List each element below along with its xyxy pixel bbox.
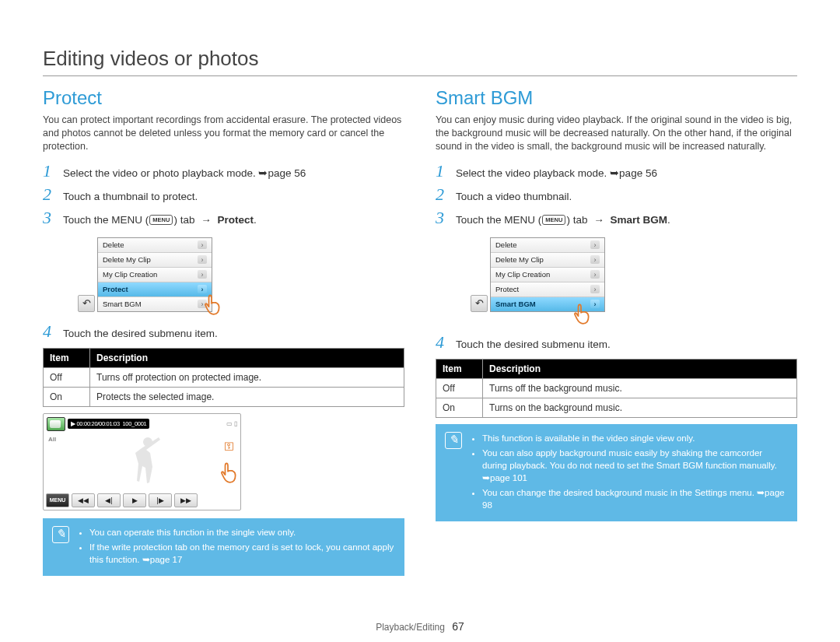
table-header-row: Item Description xyxy=(436,359,797,378)
table-header-item: Item xyxy=(436,359,483,378)
back-icon: ↶ xyxy=(78,295,95,312)
step-number: 3 xyxy=(436,208,448,228)
menu-item-label: My Clip Creation xyxy=(495,270,550,279)
menu-item-delete-my-clip: Delete My Clip› xyxy=(98,253,212,268)
table-cell: Turns off the background music. xyxy=(483,378,797,398)
text-fragment: Touch the MENU ( xyxy=(456,214,541,226)
step-text: Touch a video thumbnail. xyxy=(456,191,572,202)
chevron-right-icon: › xyxy=(590,240,600,249)
table-cell: Off xyxy=(436,378,483,398)
menu-item-label: Delete My Clip xyxy=(495,255,544,264)
menu-item-label: Protect xyxy=(495,285,519,293)
chevron-right-icon: › xyxy=(198,270,207,279)
protect-note: ✎ You can operate this function in the s… xyxy=(43,518,404,576)
note-icon: ✎ xyxy=(445,432,462,449)
golfer-silhouette-icon xyxy=(121,431,175,501)
menu-item-label: Protect xyxy=(103,285,128,293)
all-label: All xyxy=(48,436,56,443)
step-text: Touch the desired submenu item. xyxy=(456,339,611,350)
step-text: Select the video or photo playback mode.… xyxy=(63,167,306,179)
menu-item-label: Delete xyxy=(495,240,516,249)
time-indicator: ▶ 00:00:20/00:01:03 100_0001 xyxy=(68,419,149,429)
note-item: You can change the desired background mu… xyxy=(482,486,788,511)
smart-bgm-heading: Smart BGM xyxy=(436,87,797,109)
menu-item-label: Smart BGM xyxy=(495,300,536,308)
table-cell: On xyxy=(44,387,90,406)
touch-hand-icon xyxy=(217,459,241,486)
menu-item-smart-bgm: Smart BGM› xyxy=(98,297,212,311)
frame-back-icon: ◀| xyxy=(97,493,121,507)
bgm-table: Item Description Off Turns off the backg… xyxy=(436,359,797,418)
menu-list: Delete› Delete My Clip› My Clip Creation… xyxy=(97,237,212,312)
step-number: 2 xyxy=(43,184,55,205)
protect-step-3: 3 Touch the MENU (MENU) tab → Protect. xyxy=(43,208,404,228)
protect-section: Protect You can protect important record… xyxy=(43,87,404,576)
protect-step-2: 2 Touch a thumbnail to protect. xyxy=(43,184,404,205)
table-row: Off Turns off the background music. xyxy=(436,378,797,398)
step-text: Select the video playback mode. ➥page 56 xyxy=(456,167,657,179)
menu-screenshot-protect: ↶ Delete› Delete My Clip› My Clip Creati… xyxy=(78,237,212,312)
step-text: Touch the MENU (MENU) tab → Protect. xyxy=(63,214,257,226)
menu-item-label: Delete xyxy=(103,240,124,249)
footer-section: Playback/Editing xyxy=(376,622,445,633)
frame-fwd-icon: |▶ xyxy=(149,493,172,507)
step-number: 3 xyxy=(43,208,55,228)
protect-intro: You can protect important recordings fro… xyxy=(43,114,404,153)
table-cell: On xyxy=(436,398,483,417)
menu-button: MENU xyxy=(46,493,69,507)
lock-icon: ⚿ xyxy=(224,440,234,452)
chevron-right-icon: › xyxy=(198,255,207,264)
status-icons: ▭ ▯ xyxy=(226,420,237,427)
step-number: 1 xyxy=(43,161,55,181)
menu-icon: MENU xyxy=(149,215,173,225)
time-text: 00:00:20/00:01:03 xyxy=(76,420,119,427)
menu-item-delete: Delete› xyxy=(98,238,212,253)
protect-heading: Protect xyxy=(43,87,404,109)
text-fragment: ) tab xyxy=(173,214,198,226)
note-item: You can operate this function in the sin… xyxy=(89,526,395,539)
arrow-icon: → xyxy=(201,214,212,226)
bold-target: Protect xyxy=(217,214,254,226)
table-header-row: Item Description xyxy=(44,348,404,367)
bgm-step-1: 1 Select the video playback mode. ➥page … xyxy=(436,161,797,181)
table-row: On Protects the selected image. xyxy=(44,387,404,406)
chevron-right-icon: › xyxy=(198,240,207,249)
bgm-step-2: 2 Touch a video thumbnail. xyxy=(436,184,797,205)
menu-item-delete-my-clip: Delete My Clip› xyxy=(491,253,604,268)
step-number: 2 xyxy=(436,184,448,205)
bold-target: Smart BGM xyxy=(610,214,667,226)
bgm-step-3: 3 Touch the MENU (MENU) tab → Smart BGM. xyxy=(436,208,797,228)
bgm-step-4: 4 Touch the desired submenu item. xyxy=(436,332,797,353)
menu-item-my-clip-creation: My Clip Creation› xyxy=(98,268,212,282)
text-fragment: Touch the MENU ( xyxy=(63,214,149,226)
step-text: Touch the desired submenu item. xyxy=(63,328,218,339)
touch-hand-icon xyxy=(201,291,228,318)
page-number: 67 xyxy=(452,620,464,633)
menu-item-label: Delete My Clip xyxy=(103,255,151,264)
protect-table: Item Description Off Turns off protectio… xyxy=(43,348,404,407)
menu-screenshot-bgm: ↶ Delete› Delete My Clip› My Clip Creati… xyxy=(471,237,605,312)
table-row: On Turns on the background music. xyxy=(436,398,797,417)
page-footer: Playback/Editing 67 xyxy=(0,620,840,633)
thumbnail-icon xyxy=(47,417,65,431)
table-row: Off Turns off protection on protected im… xyxy=(44,367,404,387)
note-item: If the write protection tab on the memor… xyxy=(89,541,395,566)
menu-item-protect: Protect› xyxy=(98,282,212,297)
play-icon: ▶ xyxy=(123,493,146,507)
menu-item-label: My Clip Creation xyxy=(103,270,157,279)
step-number: 4 xyxy=(43,321,55,342)
playback-preview: ▶ 00:00:20/00:01:03 100_0001 ▭ ▯ All ⚿ ▦… xyxy=(43,413,241,510)
table-header-description: Description xyxy=(483,359,797,378)
table-cell: Turns off protection on protected image. xyxy=(90,367,404,387)
rewind-icon: ◀◀ xyxy=(72,493,95,507)
table-cell: Turns on the background music. xyxy=(483,398,797,417)
clip-name: 100_0001 xyxy=(122,420,146,427)
smart-bgm-intro: You can enjoy music during video playbac… xyxy=(436,114,797,153)
chevron-right-icon: › xyxy=(590,285,600,293)
back-icon: ↶ xyxy=(471,295,488,312)
text-fragment: . xyxy=(667,214,670,226)
table-header-description: Description xyxy=(90,348,404,367)
chevron-right-icon: › xyxy=(590,255,600,264)
step-number: 4 xyxy=(436,332,448,353)
smart-bgm-section: Smart BGM You can enjoy music during vid… xyxy=(436,87,797,576)
